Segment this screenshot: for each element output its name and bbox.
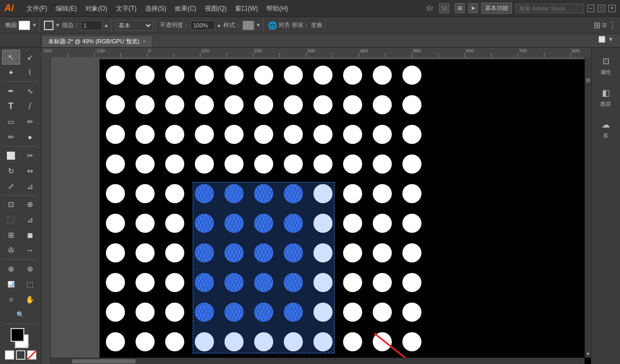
menu-window[interactable]: 窗口(W) (231, 0, 262, 17)
layers-label: 图层 (600, 101, 611, 108)
slice-tool[interactable]: ⌗ (2, 292, 20, 307)
opacity-up-icon[interactable]: ▲ (217, 22, 222, 28)
symbol-tool[interactable]: ⊛ (21, 261, 39, 276)
hscroll-thumb[interactable] (72, 359, 136, 363)
globe-icon[interactable]: 🌐 (268, 21, 277, 30)
send-icon[interactable]: ➤ (468, 3, 478, 13)
menu-select[interactable]: 选择(S) (141, 0, 170, 17)
line-tool[interactable]: / (21, 99, 39, 114)
stroke-up-icon[interactable]: ▲ (104, 22, 109, 28)
workspace-selector[interactable]: 基本功能 (481, 3, 512, 14)
horizontal-scrollbar[interactable] (51, 358, 585, 364)
tab-bar: 未标题-2* @ 49% (RGB/GPU 预览) × ⬜ ▼ (0, 34, 620, 48)
color-swatches[interactable]: ↙ (11, 328, 31, 348)
layers-panel-btn[interactable]: ◧ 图层 (597, 84, 615, 110)
menu-edit[interactable]: 编辑(E) (51, 0, 81, 17)
grid-icon[interactable]: ⊞ (455, 3, 465, 13)
shape-builder-tool[interactable]: ⊕ (21, 197, 39, 212)
curvature-tool[interactable]: ∿ (21, 84, 39, 98)
eraser-tool[interactable]: ⬜ (2, 148, 20, 163)
properties-panel-btn[interactable]: ⊡ 属性 (597, 52, 615, 78)
tool-row-5: ▭ ✏ (1, 114, 40, 129)
vscroll-thumb[interactable] (586, 78, 590, 83)
stroke-weight-input[interactable] (81, 21, 102, 30)
type-tool[interactable]: T (2, 99, 20, 114)
menu-file[interactable]: 文件(F) (22, 0, 51, 17)
more-icon[interactable]: ⋮ (608, 20, 617, 30)
stroke-color-fg[interactable] (11, 328, 24, 342)
magic-wand-tool[interactable]: ✦ (2, 65, 20, 80)
stroke-swatch[interactable] (44, 21, 53, 30)
tool-row-9: ⤢ ⊿ (1, 179, 40, 194)
shaper-tool[interactable]: ⊿ (21, 179, 39, 194)
selection-tool[interactable]: ↖ (2, 50, 20, 65)
tool-divider-4 (3, 259, 38, 260)
pencil-tool[interactable]: ✏ (2, 130, 20, 144)
tab-right-controls: ⬜ ▼ (598, 36, 614, 43)
menu-view[interactable]: 视图(Q) (201, 0, 231, 17)
list-view-icon[interactable]: ≡ (602, 21, 607, 30)
free-transform-tool[interactable]: ⊡ (2, 197, 20, 212)
paintbrush-tool[interactable]: ✏ (21, 114, 39, 129)
menu-bar: 文件(F) 编辑(E) 对象(O) 文字(T) 选择(S) 效果(C) 视图(Q… (22, 0, 427, 17)
shape-label: 椭圆 (5, 21, 17, 29)
reset-colors-icon[interactable]: ↙ (26, 343, 31, 348)
scale-tool[interactable]: ⤢ (2, 179, 20, 194)
align-label[interactable]: 对齐 (278, 21, 290, 29)
document-tab[interactable]: 未标题-2* @ 49% (RGB/GPU 预览) × (41, 35, 152, 47)
tool-row-8: ↻ ⇔ (1, 163, 40, 178)
maximize-button[interactable]: □ (598, 5, 605, 12)
transform-label[interactable]: 变换 (311, 21, 322, 29)
zoom-tool[interactable]: 🔍 (12, 307, 30, 322)
close-button[interactable]: × (608, 5, 616, 12)
shape-selector-section: 椭圆 ▼ (3, 19, 40, 32)
tool-row-10: ⊡ ⊕ (1, 197, 40, 212)
fill-mode-btn[interactable] (5, 350, 14, 360)
collapse-icon[interactable]: ▼ (608, 36, 614, 43)
perspective-tool[interactable]: ⊿ (21, 212, 39, 227)
reflect-tool[interactable]: ⇔ (21, 163, 39, 178)
grid-view-icon[interactable]: ⊞ (594, 20, 600, 30)
minimize-button[interactable]: ─ (587, 5, 595, 12)
rotate-tool[interactable]: ↻ (2, 163, 20, 178)
rectangle-tool[interactable]: ▭ (2, 114, 20, 129)
tab-title: 未标题-2* @ 49% (RGB/GPU 预览) (48, 38, 140, 46)
menu-type[interactable]: 文字(T) (112, 0, 141, 17)
stroke-mode-btn[interactable] (16, 350, 25, 360)
tool-divider-1 (3, 81, 38, 82)
stock-search-input[interactable] (515, 4, 584, 13)
menu-help[interactable]: 帮助(H) (262, 0, 292, 17)
hand-tool[interactable]: ✋ (21, 292, 39, 307)
layers-icon: ◧ (599, 86, 613, 99)
scissors-tool[interactable]: ✂ (21, 148, 39, 163)
direct-selection-tool[interactable]: ↙ (21, 50, 39, 65)
artboard-tool[interactable]: ⬚ (21, 277, 39, 292)
opacity-input[interactable] (191, 21, 215, 30)
gradient-tool[interactable]: ◼ (21, 228, 39, 242)
mesh-tool[interactable]: ⊞ (2, 228, 20, 242)
measure-tool[interactable]: ↔ (21, 243, 39, 258)
stroke-arrow-icon: ▼ (55, 22, 60, 28)
lasso-tool[interactable]: ⌇ (21, 65, 39, 80)
ruler-left (41, 57, 51, 364)
menu-effect[interactable]: 效果(C) (170, 0, 201, 17)
canvas-area[interactable]: ▼ (41, 48, 591, 364)
blob-brush-tool[interactable]: ● (21, 130, 39, 144)
stroke-profile-select[interactable]: 基本 (116, 20, 153, 31)
tool-row-1: ↖ ↙ (1, 50, 40, 65)
shape2-label[interactable]: 形状： (292, 21, 309, 29)
eyedropper-tool[interactable]: ✇ (2, 243, 20, 258)
blend-tool[interactable]: ⊗ (2, 261, 20, 276)
style-swatch[interactable] (242, 21, 254, 30)
pen-tool[interactable]: ✒ (2, 84, 20, 98)
vscroll-bottom-arrow[interactable]: ▼ (586, 351, 591, 357)
library-panel-btn[interactable]: ☁ 库 (597, 115, 615, 142)
tab-close-button[interactable]: × (143, 39, 146, 44)
chart-tool[interactable]: 📊 (2, 277, 20, 292)
arrange-icon[interactable]: ⬜ (598, 36, 606, 43)
none-mode-btn[interactable] (27, 350, 37, 360)
menu-object[interactable]: 对象(O) (81, 0, 111, 17)
live-paint-tool[interactable]: ⬛ (2, 212, 20, 227)
vertical-scrollbar[interactable]: ▼ (585, 57, 591, 358)
fill-color-swatch[interactable] (19, 21, 30, 30)
